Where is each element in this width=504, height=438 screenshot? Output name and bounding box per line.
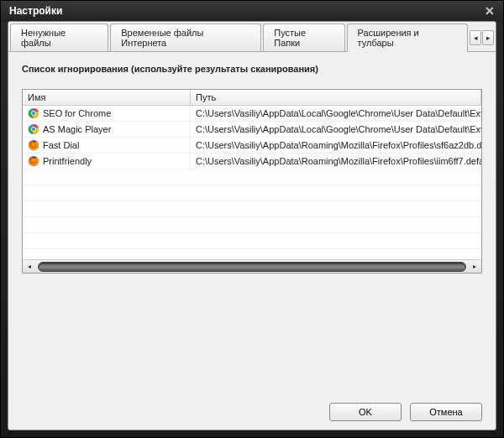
row-name: Printfriendly (43, 156, 92, 166)
column-header-path[interactable]: Путь (191, 90, 481, 105)
chrome-icon (28, 107, 39, 119)
scroll-right-arrow[interactable]: ▸ (468, 260, 481, 273)
row-name: Fast Dial (43, 140, 79, 150)
firefox-icon (28, 155, 39, 167)
tab-scroll-right[interactable]: ▸ (482, 30, 494, 45)
tab-junk-files[interactable]: Ненужные файлы (10, 23, 108, 51)
close-button[interactable]: ✕ (481, 4, 498, 18)
table-row[interactable]: Fast Dial C:\Users\Vasiliy\AppData\Roami… (23, 138, 481, 154)
row-name: AS Magic Player (43, 124, 111, 134)
tab-bar: Ненужные файлы Временные файлы Интернета… (8, 22, 496, 52)
scroll-thumb[interactable] (38, 262, 466, 272)
table-row-empty (23, 185, 481, 201)
svg-point-9 (32, 128, 35, 131)
content-area: Ненужные файлы Временные файлы Интернета… (8, 21, 496, 430)
svg-point-4 (32, 112, 35, 115)
panel-heading: Список игнорирования (используйте резуль… (22, 64, 482, 74)
chrome-icon (28, 123, 39, 135)
ok-button[interactable]: OK (329, 403, 402, 421)
ignore-list-table: Имя Путь SEO for Chrome C:\Users\Vasiliy… (22, 89, 482, 274)
row-name: SEO for Chrome (43, 108, 111, 118)
panel: Список игнорирования (используйте резуль… (8, 52, 496, 396)
row-path: C:\Users\Vasiliy\AppData\Local\Google\Ch… (191, 123, 481, 136)
titlebar: Настройки ✕ (1, 1, 503, 21)
button-bar: OK Отмена (8, 396, 496, 430)
window-title: Настройки (9, 5, 62, 17)
tab-scroll: ◂ ▸ (470, 30, 494, 45)
table-row-empty (23, 217, 481, 233)
tab-empty-folders[interactable]: Пустые Папки (263, 23, 344, 51)
horizontal-scrollbar[interactable]: ◂ ▸ (23, 259, 481, 273)
table-row-empty (23, 249, 481, 259)
table-body: SEO for Chrome C:\Users\Vasiliy\AppData\… (23, 106, 481, 259)
table-row[interactable]: AS Magic Player C:\Users\Vasiliy\AppData… (23, 122, 481, 138)
table-row-empty (23, 201, 481, 217)
settings-window: Настройки ✕ Ненужные файлы Временные фай… (0, 0, 504, 438)
scroll-left-arrow[interactable]: ◂ (23, 260, 36, 273)
row-path: C:\Users\Vasiliy\AppData\Local\Google\Ch… (191, 107, 481, 120)
row-path: C:\Users\Vasiliy\AppData\Roaming\Mozilla… (191, 154, 481, 168)
tab-scroll-left[interactable]: ◂ (470, 30, 481, 45)
table-row-empty (23, 233, 481, 249)
column-header-name[interactable]: Имя (23, 90, 191, 105)
table-row[interactable]: Printfriendly C:\Users\Vasiliy\AppData\R… (23, 154, 481, 169)
tab-internet-temp[interactable]: Временные файлы Интернета (110, 23, 261, 51)
table-row-empty (23, 169, 481, 185)
table-header: Имя Путь (23, 90, 481, 106)
table-row[interactable]: SEO for Chrome C:\Users\Vasiliy\AppData\… (23, 106, 481, 122)
tab-extensions-toolbars[interactable]: Расширения и тулбары (347, 23, 468, 52)
row-path: C:\Users\Vasiliy\AppData\Roaming\Mozilla… (191, 138, 481, 152)
cancel-button[interactable]: Отмена (410, 403, 482, 421)
firefox-icon (28, 139, 39, 151)
